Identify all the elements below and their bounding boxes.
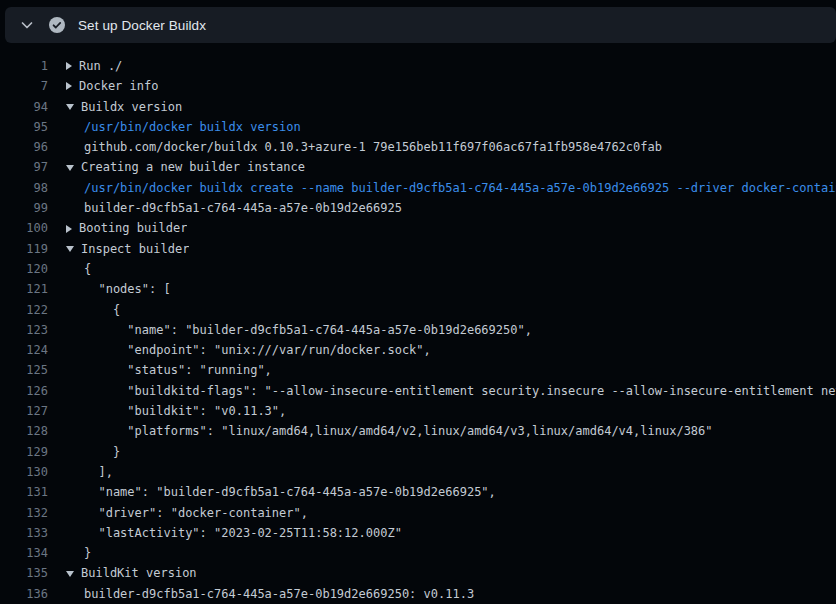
group-label: Booting builder bbox=[66, 218, 187, 238]
output-text: github.com/docker/buildx 0.10.3+azure-1 … bbox=[84, 137, 662, 157]
line-number[interactable]: 131 bbox=[0, 482, 48, 502]
log-text: "platforms": "linux/amd64,linux/amd64/v2… bbox=[84, 424, 713, 438]
line-number[interactable]: 126 bbox=[0, 381, 48, 401]
log-group-row[interactable]: 119Inspect builder bbox=[0, 239, 836, 259]
log-line-row: 129 } bbox=[0, 442, 836, 462]
log-line-row: 125 "status": "running", bbox=[0, 360, 836, 380]
line-number[interactable]: 129 bbox=[0, 442, 48, 462]
output-text: "status": "running", bbox=[84, 360, 272, 380]
log-line-row: 96github.com/docker/buildx 0.10.3+azure-… bbox=[0, 137, 836, 157]
line-number[interactable]: 125 bbox=[0, 360, 48, 380]
log-text: "name": "builder-d9cfb5a1-c764-445a-a57e… bbox=[84, 485, 496, 499]
log-text: Docker info bbox=[79, 76, 158, 96]
log-group-row[interactable]: 1Run ./ bbox=[0, 56, 836, 76]
output-text: "name": "builder-d9cfb5a1-c764-445a-a57e… bbox=[84, 320, 532, 340]
line-number[interactable]: 94 bbox=[0, 97, 48, 117]
line-number[interactable]: 128 bbox=[0, 421, 48, 441]
log-line-row: 136builder-d9cfb5a1-c764-445a-a57e-0b19d… bbox=[0, 584, 836, 604]
log-line-row: 123 "name": "builder-d9cfb5a1-c764-445a-… bbox=[0, 320, 836, 340]
log-group-row[interactable]: 97Creating a new builder instance bbox=[0, 157, 836, 177]
line-number[interactable]: 121 bbox=[0, 279, 48, 299]
line-number[interactable]: 133 bbox=[0, 523, 48, 543]
log-line-row: 122 { bbox=[0, 300, 836, 320]
line-number[interactable]: 95 bbox=[0, 117, 48, 137]
log-text: BuildKit version bbox=[81, 563, 197, 583]
line-number[interactable]: 127 bbox=[0, 401, 48, 421]
line-number[interactable]: 132 bbox=[0, 503, 48, 523]
line-number[interactable]: 119 bbox=[0, 239, 48, 259]
log-group-row[interactable]: 135BuildKit version bbox=[0, 563, 836, 583]
log-line-row: 134} bbox=[0, 543, 836, 563]
line-number[interactable]: 122 bbox=[0, 300, 48, 320]
log-text: Run ./ bbox=[79, 56, 122, 76]
line-number[interactable]: 98 bbox=[0, 178, 48, 198]
step-title: Set up Docker Buildx bbox=[78, 18, 206, 33]
log-text: "buildkit": "v0.11.3", bbox=[84, 404, 286, 418]
output-text: "buildkitd-flags": "--allow-insecure-ent… bbox=[84, 381, 836, 401]
triangle-right-icon[interactable] bbox=[66, 62, 72, 70]
line-number[interactable]: 123 bbox=[0, 320, 48, 340]
output-text: "lastActivity": "2023-02-25T11:58:12.000… bbox=[84, 523, 402, 543]
line-number[interactable]: 96 bbox=[0, 137, 48, 157]
log-line-row: 126 "buildkitd-flags": "--allow-insecure… bbox=[0, 381, 836, 401]
log-text: Buildx version bbox=[81, 97, 182, 117]
step-header-row[interactable]: Set up Docker Buildx bbox=[5, 7, 836, 43]
log-text: } bbox=[84, 445, 120, 459]
output-text: "platforms": "linux/amd64,linux/amd64/v2… bbox=[84, 421, 713, 441]
group-label: Creating a new builder instance bbox=[66, 157, 305, 177]
log-text: "status": "running", bbox=[84, 363, 272, 377]
group-label: BuildKit version bbox=[66, 563, 197, 583]
chevron-down-icon[interactable] bbox=[19, 17, 35, 33]
line-number[interactable]: 130 bbox=[0, 462, 48, 482]
log-text: { bbox=[84, 303, 120, 317]
group-label: Run ./ bbox=[66, 56, 122, 76]
line-number[interactable]: 120 bbox=[0, 259, 48, 279]
triangle-down-icon[interactable] bbox=[66, 104, 74, 110]
log-text: github.com/docker/buildx 0.10.3+azure-1 … bbox=[84, 140, 662, 154]
log-text: { bbox=[84, 262, 91, 276]
actions-log-viewer: Set up Docker Buildx 1Run ./7Docker info… bbox=[0, 0, 836, 604]
triangle-down-icon[interactable] bbox=[66, 246, 74, 252]
log-line-row: 131 "name": "builder-d9cfb5a1-c764-445a-… bbox=[0, 482, 836, 502]
output-text: builder-d9cfb5a1-c764-445a-a57e-0b19d2e6… bbox=[84, 198, 402, 218]
line-number[interactable]: 124 bbox=[0, 340, 48, 360]
log-text: "nodes": [ bbox=[84, 282, 171, 296]
command-text: /usr/bin/docker buildx version bbox=[84, 117, 301, 137]
log-text: Creating a new builder instance bbox=[81, 157, 305, 177]
log-line-row: 128 "platforms": "linux/amd64,linux/amd6… bbox=[0, 421, 836, 441]
output-text: "driver": "docker-container", bbox=[84, 503, 308, 523]
group-label: Buildx version bbox=[66, 97, 182, 117]
log-group-row[interactable]: 7Docker info bbox=[0, 76, 836, 96]
log-text: "endpoint": "unix:///var/run/docker.sock… bbox=[84, 343, 431, 357]
triangle-down-icon[interactable] bbox=[66, 165, 74, 171]
output-text: ], bbox=[84, 462, 113, 482]
log-line-row: 95/usr/bin/docker buildx version bbox=[0, 117, 836, 137]
output-text: { bbox=[84, 300, 120, 320]
output-text: } bbox=[84, 442, 120, 462]
output-text: "name": "builder-d9cfb5a1-c764-445a-a57e… bbox=[84, 482, 496, 502]
log-text: /usr/bin/docker buildx create --name bui… bbox=[84, 181, 836, 195]
line-number[interactable]: 1 bbox=[0, 56, 48, 76]
command-text: /usr/bin/docker buildx create --name bui… bbox=[84, 178, 836, 198]
log-text: Booting builder bbox=[79, 218, 187, 238]
line-number[interactable]: 135 bbox=[0, 563, 48, 583]
log-output[interactable]: 1Run ./7Docker info94Buildx version95/us… bbox=[0, 43, 836, 604]
log-group-row[interactable]: 94Buildx version bbox=[0, 97, 836, 117]
group-label: Docker info bbox=[66, 76, 158, 96]
log-line-row: 121 "nodes": [ bbox=[0, 279, 836, 299]
log-line-row: 130 ], bbox=[0, 462, 836, 482]
line-number[interactable]: 7 bbox=[0, 76, 48, 96]
line-number[interactable]: 99 bbox=[0, 198, 48, 218]
line-number[interactable]: 134 bbox=[0, 543, 48, 563]
triangle-down-icon[interactable] bbox=[66, 571, 74, 577]
log-line-row: 120{ bbox=[0, 259, 836, 279]
line-number[interactable]: 136 bbox=[0, 584, 48, 604]
triangle-right-icon[interactable] bbox=[66, 225, 72, 233]
log-group-row[interactable]: 100Booting builder bbox=[0, 218, 836, 238]
line-number[interactable]: 100 bbox=[0, 218, 48, 238]
line-number[interactable]: 97 bbox=[0, 157, 48, 177]
log-line-row: 127 "buildkit": "v0.11.3", bbox=[0, 401, 836, 421]
group-label: Inspect builder bbox=[66, 239, 189, 259]
output-text: { bbox=[84, 259, 91, 279]
triangle-right-icon[interactable] bbox=[66, 82, 72, 90]
